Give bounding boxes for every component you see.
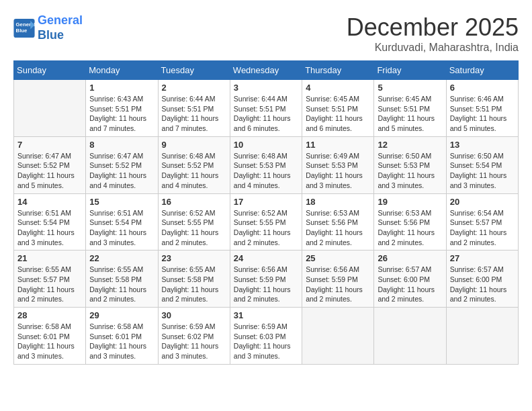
day-number: 14	[17, 197, 82, 207]
day-info: Sunrise: 6:47 AM Sunset: 5:52 PM Dayligh…	[17, 151, 82, 191]
day-number: 5	[378, 83, 442, 93]
day-info: Sunrise: 6:59 AM Sunset: 6:03 PM Dayligh…	[234, 322, 298, 361]
day-info: Sunrise: 6:44 AM Sunset: 5:51 PM Dayligh…	[234, 94, 298, 134]
day-number: 17	[234, 197, 298, 207]
svg-text:Blue: Blue	[16, 28, 28, 34]
day-info: Sunrise: 6:53 AM Sunset: 5:56 PM Dayligh…	[306, 208, 370, 248]
day-info: Sunrise: 6:45 AM Sunset: 5:51 PM Dayligh…	[378, 94, 442, 134]
day-number: 13	[450, 140, 515, 150]
weekday-header: Thursday	[302, 61, 374, 80]
day-info: Sunrise: 6:57 AM Sunset: 6:00 PM Dayligh…	[450, 265, 515, 304]
calendar-week-row: 28Sunrise: 6:58 AM Sunset: 6:01 PM Dayli…	[14, 308, 519, 365]
calendar-cell: 24Sunrise: 6:56 AM Sunset: 5:59 PM Dayli…	[230, 250, 302, 308]
day-info: Sunrise: 6:57 AM Sunset: 6:00 PM Dayligh…	[378, 265, 442, 304]
day-number: 28	[17, 310, 82, 320]
day-number: 9	[162, 140, 226, 150]
weekday-header: Sunday	[14, 61, 86, 80]
day-info: Sunrise: 6:52 AM Sunset: 5:55 PM Dayligh…	[162, 208, 226, 248]
month-title: December 2025	[347, 13, 519, 42]
day-info: Sunrise: 6:51 AM Sunset: 5:54 PM Dayligh…	[17, 208, 82, 248]
day-info: Sunrise: 6:51 AM Sunset: 5:54 PM Dayligh…	[89, 208, 154, 248]
day-number: 29	[89, 310, 154, 320]
location: Kurduvadi, Maharashtra, India	[347, 42, 519, 54]
day-number: 18	[306, 197, 370, 207]
calendar-cell: 27Sunrise: 6:57 AM Sunset: 6:00 PM Dayli…	[446, 250, 518, 308]
day-info: Sunrise: 6:43 AM Sunset: 5:51 PM Dayligh…	[89, 94, 154, 134]
calendar-cell: 6Sunrise: 6:46 AM Sunset: 5:51 PM Daylig…	[446, 80, 518, 137]
day-info: Sunrise: 6:56 AM Sunset: 5:59 PM Dayligh…	[234, 265, 298, 304]
day-info: Sunrise: 6:53 AM Sunset: 5:56 PM Dayligh…	[378, 208, 442, 248]
weekday-header: Friday	[374, 61, 446, 80]
day-info: Sunrise: 6:44 AM Sunset: 5:51 PM Dayligh…	[162, 94, 226, 134]
calendar-cell: 8Sunrise: 6:47 AM Sunset: 5:52 PM Daylig…	[86, 136, 158, 193]
weekday-header-row: SundayMondayTuesdayWednesdayThursdayFrid…	[14, 61, 519, 80]
day-number: 21	[17, 253, 82, 263]
calendar-cell: 19Sunrise: 6:53 AM Sunset: 5:56 PM Dayli…	[374, 193, 446, 250]
calendar-cell: 15Sunrise: 6:51 AM Sunset: 5:54 PM Dayli…	[86, 193, 158, 250]
day-info: Sunrise: 6:55 AM Sunset: 5:58 PM Dayligh…	[162, 265, 226, 304]
weekday-header: Saturday	[446, 61, 518, 80]
day-info: Sunrise: 6:52 AM Sunset: 5:55 PM Dayligh…	[234, 208, 298, 248]
calendar-cell: 18Sunrise: 6:53 AM Sunset: 5:56 PM Dayli…	[302, 193, 374, 250]
day-number: 22	[89, 253, 154, 263]
day-number: 31	[234, 310, 298, 320]
calendar-cell: 12Sunrise: 6:50 AM Sunset: 5:53 PM Dayli…	[374, 136, 446, 193]
calendar-cell: 11Sunrise: 6:49 AM Sunset: 5:53 PM Dayli…	[302, 136, 374, 193]
calendar-cell: 16Sunrise: 6:52 AM Sunset: 5:55 PM Dayli…	[158, 193, 230, 250]
day-number: 12	[378, 140, 442, 150]
day-number: 3	[234, 83, 298, 93]
day-number: 7	[17, 140, 82, 150]
day-number: 16	[162, 197, 226, 207]
calendar-cell: 26Sunrise: 6:57 AM Sunset: 6:00 PM Dayli…	[374, 250, 446, 308]
calendar-cell: 31Sunrise: 6:59 AM Sunset: 6:03 PM Dayli…	[230, 308, 302, 365]
calendar-cell: 7Sunrise: 6:47 AM Sunset: 5:52 PM Daylig…	[14, 136, 86, 193]
day-number: 26	[378, 253, 442, 263]
day-number: 2	[162, 83, 226, 93]
day-info: Sunrise: 6:59 AM Sunset: 6:02 PM Dayligh…	[162, 322, 226, 361]
day-number: 27	[450, 253, 515, 263]
calendar-cell	[302, 308, 374, 365]
calendar-cell: 5Sunrise: 6:45 AM Sunset: 5:51 PM Daylig…	[374, 80, 446, 137]
day-info: Sunrise: 6:48 AM Sunset: 5:53 PM Dayligh…	[234, 151, 298, 191]
day-info: Sunrise: 6:50 AM Sunset: 5:53 PM Dayligh…	[378, 151, 442, 191]
day-number: 30	[162, 310, 226, 320]
calendar-cell	[374, 308, 446, 365]
calendar-cell: 3Sunrise: 6:44 AM Sunset: 5:51 PM Daylig…	[230, 80, 302, 137]
calendar-cell	[446, 308, 518, 365]
calendar-week-row: 14Sunrise: 6:51 AM Sunset: 5:54 PM Dayli…	[14, 193, 519, 250]
day-number: 6	[450, 83, 515, 93]
day-info: Sunrise: 6:56 AM Sunset: 5:59 PM Dayligh…	[306, 265, 370, 304]
calendar-cell: 28Sunrise: 6:58 AM Sunset: 6:01 PM Dayli…	[14, 308, 86, 365]
day-number: 25	[306, 253, 370, 263]
calendar-cell: 21Sunrise: 6:55 AM Sunset: 5:57 PM Dayli…	[14, 250, 86, 308]
calendar-cell: 20Sunrise: 6:54 AM Sunset: 5:57 PM Dayli…	[446, 193, 518, 250]
calendar-cell: 2Sunrise: 6:44 AM Sunset: 5:51 PM Daylig…	[158, 80, 230, 137]
logo: General Blue GeneralBlue	[13, 13, 83, 42]
calendar-table: SundayMondayTuesdayWednesdayThursdayFrid…	[13, 60, 519, 365]
calendar-cell: 14Sunrise: 6:51 AM Sunset: 5:54 PM Dayli…	[14, 193, 86, 250]
day-info: Sunrise: 6:47 AM Sunset: 5:52 PM Dayligh…	[89, 151, 154, 191]
day-info: Sunrise: 6:58 AM Sunset: 6:01 PM Dayligh…	[17, 322, 82, 361]
day-number: 10	[234, 140, 298, 150]
calendar-cell: 10Sunrise: 6:48 AM Sunset: 5:53 PM Dayli…	[230, 136, 302, 193]
day-number: 1	[89, 83, 154, 93]
calendar-cell: 13Sunrise: 6:50 AM Sunset: 5:54 PM Dayli…	[446, 136, 518, 193]
day-info: Sunrise: 6:46 AM Sunset: 5:51 PM Dayligh…	[450, 94, 515, 134]
day-info: Sunrise: 6:55 AM Sunset: 5:58 PM Dayligh…	[89, 265, 154, 304]
page-header: General Blue GeneralBlue December 2025 K…	[13, 13, 519, 54]
day-info: Sunrise: 6:49 AM Sunset: 5:53 PM Dayligh…	[306, 151, 370, 191]
calendar-cell: 1Sunrise: 6:43 AM Sunset: 5:51 PM Daylig…	[86, 80, 158, 137]
calendar-week-row: 21Sunrise: 6:55 AM Sunset: 5:57 PM Dayli…	[14, 250, 519, 308]
day-number: 24	[234, 253, 298, 263]
calendar-cell: 23Sunrise: 6:55 AM Sunset: 5:58 PM Dayli…	[158, 250, 230, 308]
day-number: 15	[89, 197, 154, 207]
day-info: Sunrise: 6:45 AM Sunset: 5:51 PM Dayligh…	[306, 94, 370, 134]
logo-icon: General Blue	[13, 19, 35, 38]
day-number: 20	[450, 197, 515, 207]
day-number: 8	[89, 140, 154, 150]
day-number: 11	[306, 140, 370, 150]
calendar-cell: 30Sunrise: 6:59 AM Sunset: 6:02 PM Dayli…	[158, 308, 230, 365]
day-number: 19	[378, 197, 442, 207]
logo-text: GeneralBlue	[38, 13, 83, 42]
day-info: Sunrise: 6:48 AM Sunset: 5:52 PM Dayligh…	[162, 151, 226, 191]
